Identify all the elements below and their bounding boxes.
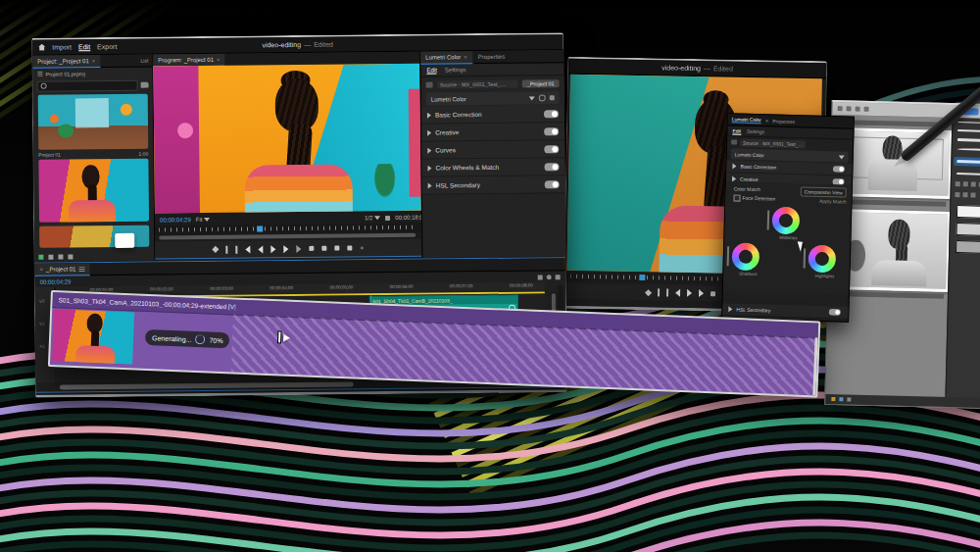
project-bin-row[interactable]: Project 01 1:00: [38, 151, 148, 158]
section-curves[interactable]: Curves: [421, 140, 564, 160]
fit-dropdown[interactable]: Fit: [196, 217, 211, 223]
trash-icon[interactable]: [68, 254, 73, 259]
tool-icon-2[interactable]: [847, 106, 852, 111]
toggle-hsl[interactable]: [829, 309, 841, 316]
wrench-icon[interactable]: [385, 216, 390, 221]
project-view-toggle[interactable]: List: [141, 58, 149, 64]
highlights-wheel[interactable]: [808, 245, 836, 274]
timeline-tab-close-icon[interactable]: ×: [40, 267, 44, 273]
step-back-icon[interactable]: [675, 289, 680, 297]
add-marker-icon[interactable]: [212, 246, 219, 253]
fl-section-hsl[interactable]: HSL Secondary: [722, 303, 848, 320]
project-tab-close-icon[interactable]: ×: [92, 58, 96, 64]
project-thumb-room[interactable]: [38, 94, 149, 150]
folder-icon[interactable]: [141, 82, 149, 88]
face-detection-checkbox[interactable]: [733, 194, 740, 201]
search-input[interactable]: [37, 79, 138, 91]
opt-icon-6[interactable]: [962, 192, 967, 197]
midtones-slider[interactable]: [767, 210, 770, 229]
step-back-icon-main[interactable]: [258, 245, 263, 253]
swatch-light-gray[interactable]: [956, 223, 980, 236]
scale-dropdown[interactable]: 1/2: [365, 215, 380, 221]
playhead-marker[interactable]: [639, 275, 645, 280]
shadows-wheel[interactable]: [731, 242, 760, 271]
tool-icon-3[interactable]: [856, 107, 860, 112]
brush-row-6[interactable]: [956, 173, 980, 176]
lumetri-preset-dropdown[interactable]: Lumetri Color: [426, 91, 560, 105]
step-forward-icon[interactable]: [699, 289, 704, 297]
step-forward-icon-main[interactable]: [283, 245, 288, 253]
comparison-view-button[interactable]: Comparison View: [801, 186, 847, 197]
lift-icon-main[interactable]: [309, 246, 314, 251]
project-chip-button[interactable]: _Project 01: [522, 79, 560, 87]
shadows-slider[interactable]: [727, 246, 730, 266]
fl-source-chip[interactable]: Source · MX_0001_Test_…: [740, 138, 807, 148]
apply-match-button[interactable]: Apply Match: [819, 198, 847, 205]
tool-icon-4[interactable]: [864, 107, 869, 112]
extract-icon-main[interactable]: [321, 246, 326, 251]
lumetri-tab-close-icon[interactable]: ×: [464, 54, 467, 60]
export-frame-icon-main[interactable]: [334, 246, 339, 251]
program-tab-close-icon[interactable]: ×: [217, 57, 220, 63]
linked-selection-icon[interactable]: [547, 275, 552, 279]
bottom-icon-2[interactable]: [839, 397, 843, 401]
panel-menu-icon[interactable]: [78, 267, 84, 272]
lift-icon[interactable]: [710, 291, 715, 296]
go-to-out-icon[interactable]: [296, 244, 301, 252]
lumetri-tab[interactable]: Lumetri Color ×: [420, 51, 472, 65]
section-creative[interactable]: Creative: [421, 123, 564, 142]
opt-icon-2[interactable]: [963, 181, 968, 186]
brush-row-4[interactable]: [957, 148, 980, 151]
properties-tab[interactable]: Properties: [478, 54, 505, 60]
bottom-icon-1[interactable]: [831, 397, 835, 401]
mark-in-icon[interactable]: [658, 288, 660, 296]
pen-tool-icon[interactable]: [38, 255, 43, 260]
mark-in-icon-main[interactable]: [225, 245, 227, 253]
timeline-settings-icon[interactable]: [556, 275, 561, 279]
brush-row-3[interactable]: [957, 138, 980, 142]
fl-close-icon[interactable]: ×: [765, 118, 769, 124]
project-thumb-woman[interactable]: [38, 159, 149, 223]
new-item-icon[interactable]: [58, 255, 63, 260]
play-icon[interactable]: [687, 289, 692, 297]
comparison-icon-main[interactable]: [347, 245, 352, 250]
opt-icon-5[interactable]: [955, 192, 959, 197]
bottom-icon-3[interactable]: [847, 397, 851, 401]
section-hsl-secondary[interactable]: HSL Secondary: [422, 176, 565, 195]
toggle-curves-main[interactable]: [544, 145, 559, 153]
project-tab[interactable]: Project: _Project 01 ×: [32, 55, 100, 69]
plus-icon[interactable]: +: [360, 244, 364, 251]
snap-icon[interactable]: [538, 275, 543, 279]
fl-settings-tab[interactable]: Settings: [747, 128, 764, 135]
toggle-basic-correction[interactable]: [833, 166, 845, 173]
section-color-wheels[interactable]: Color Wheels & Match: [421, 158, 564, 177]
fl-edit-tab[interactable]: Edit: [732, 127, 741, 134]
toggle-creative-main[interactable]: [544, 127, 559, 135]
swatch-white[interactable]: [956, 205, 980, 219]
fl-tab-properties[interactable]: Properties: [772, 118, 795, 125]
highlights-slider[interactable]: [804, 248, 807, 268]
lumetri-settings-tab[interactable]: Settings: [445, 67, 466, 73]
opt-icon-7[interactable]: [970, 192, 975, 197]
fx-icon[interactable]: [539, 94, 546, 101]
marker-icon[interactable]: [645, 289, 652, 296]
brush-row-selected[interactable]: [954, 157, 980, 167]
go-to-in-icon[interactable]: [245, 245, 250, 253]
toggle-basic-correction-main[interactable]: [544, 110, 559, 118]
fl-tab-lumetri[interactable]: Lumetri Color: [732, 116, 761, 124]
brush-row-2[interactable]: [957, 129, 980, 132]
tool-icon-1[interactable]: [838, 106, 843, 111]
opt-icon-1[interactable]: [956, 181, 960, 186]
new-bin-icon[interactable]: [48, 255, 53, 260]
timeline-hscroll[interactable]: [60, 381, 354, 389]
play-icon-main[interactable]: [270, 245, 275, 253]
brush-row-1[interactable]: [957, 122, 980, 124]
lumetri-edit-tab[interactable]: Edit: [426, 67, 436, 74]
program-playhead[interactable]: [257, 226, 263, 231]
source-chip[interactable]: Source · MX_0001_Test_…: [437, 79, 518, 88]
midtones-wheel[interactable]: [772, 207, 801, 235]
section-basic-correction[interactable]: Basic Correction: [421, 105, 564, 125]
reset-icon[interactable]: [550, 95, 555, 100]
mark-out-icon[interactable]: [666, 289, 668, 297]
toggle-color-wheels-main[interactable]: [544, 163, 559, 171]
